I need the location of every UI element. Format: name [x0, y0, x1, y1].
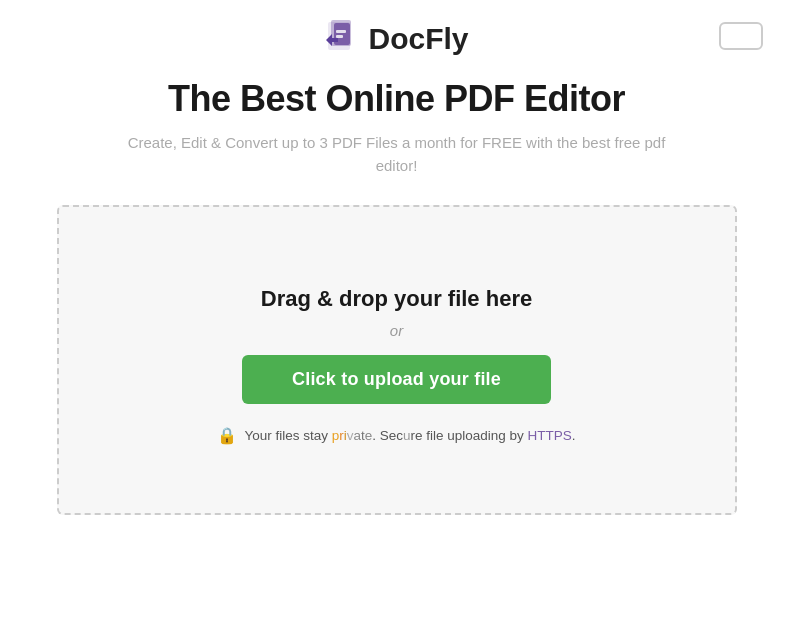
upload-dropzone[interactable]: Drag & drop your file here or Click to u… [57, 205, 737, 515]
drag-drop-label: Drag & drop your file here [261, 286, 532, 312]
page-subtitle: Create, Edit & Convert up to 3 PDF Files… [107, 132, 687, 177]
header: DocFly [0, 0, 793, 68]
or-label: or [390, 322, 403, 339]
top-right-button[interactable] [719, 22, 763, 50]
logo-text: DocFly [368, 22, 468, 56]
security-text: Your files stay private. Secure file upl… [244, 428, 575, 443]
svg-rect-5 [336, 35, 343, 38]
docfly-logo-icon [324, 20, 362, 58]
upload-button[interactable]: Click to upload your file [242, 355, 551, 404]
logo: DocFly [324, 20, 468, 58]
page-title: The Best Online PDF Editor [168, 78, 625, 120]
main-content: The Best Online PDF Editor Create, Edit … [0, 68, 793, 515]
svg-rect-4 [336, 30, 346, 33]
security-note: 🔒 Your files stay private. Secure file u… [217, 426, 575, 445]
lock-icon: 🔒 [217, 426, 237, 445]
